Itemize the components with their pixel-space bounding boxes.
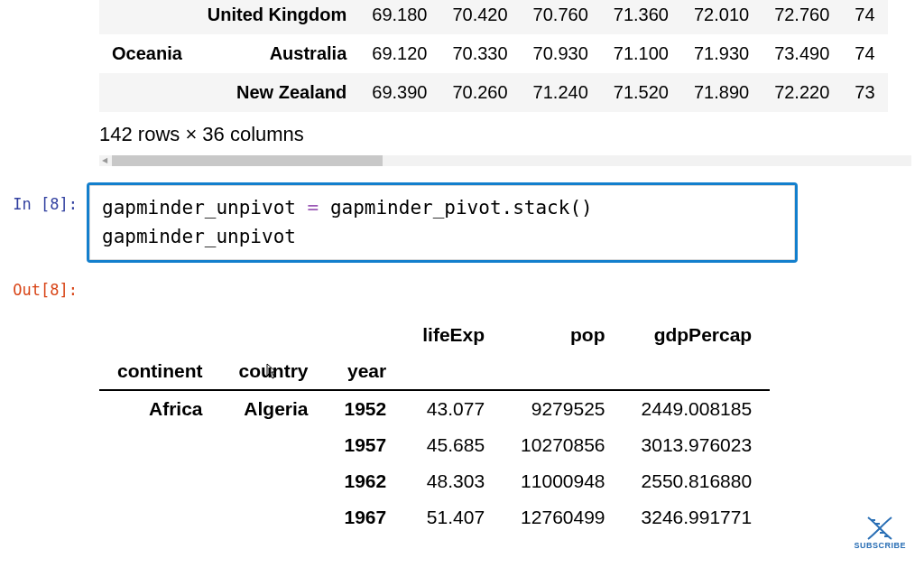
output-prompt: Out[8]: (0, 268, 87, 299)
pivot-table-output: United Kingdom69.18070.42070.76071.36072… (99, 0, 924, 112)
value-cell: 71.100 (601, 34, 681, 73)
continent-cell: Africa (99, 390, 221, 427)
value-cell: 70.420 (439, 0, 520, 34)
value-cell: 51.407 (404, 499, 503, 535)
scroll-left-arrow-icon[interactable]: ◀ (99, 155, 110, 166)
code-editor[interactable]: gapminder_unpivot = gapminder_pivot.stac… (87, 182, 798, 263)
output-cell-row: Out[8]: (0, 268, 924, 299)
input-cell-row: In [8]: gapminder_unpivot = gapminder_pi… (0, 182, 924, 263)
col-header: lifeExp (404, 317, 503, 353)
value-cell: 69.180 (359, 0, 439, 34)
input-prompt: In [8]: (0, 182, 87, 213)
country-cell: United Kingdom (195, 0, 359, 34)
pivot-table: United Kingdom69.18070.42070.76071.36072… (99, 0, 888, 112)
year-cell: 1967 (327, 499, 405, 535)
value-cell: 69.390 (359, 73, 439, 112)
value-cell: 71.360 (601, 0, 681, 34)
value-cell: 48.303 (404, 463, 503, 499)
col-header: gdpPercap (624, 317, 771, 353)
value-cell: 70.260 (439, 73, 520, 112)
value-cell: 71.240 (521, 73, 601, 112)
index-header-row: continent country year (99, 353, 770, 390)
scrollbar-thumb[interactable] (112, 155, 383, 166)
value-cell: 74 (842, 34, 887, 73)
subscribe-label: SUBSCRIBE (854, 541, 906, 550)
value-cell: 71.890 (681, 73, 762, 112)
value-cell: 70.930 (521, 34, 601, 73)
continent-cell: Oceania (99, 34, 195, 73)
country-cell: Australia (195, 34, 359, 73)
dna-icon (864, 516, 895, 541)
unpivot-table-output: lifeExp pop gdpPercap continent country … (99, 317, 924, 535)
value-cell: 71.930 (681, 34, 762, 73)
value-cell: 72.220 (762, 73, 842, 112)
continent-cell (99, 0, 195, 34)
value-cell: 71.520 (601, 73, 681, 112)
year-cell: 1952 (327, 390, 405, 427)
index-header: country (221, 353, 327, 390)
value-cell: 73.490 (762, 34, 842, 73)
horizontal-scrollbar[interactable]: ◀ (99, 155, 911, 166)
value-cell: 74 (842, 0, 887, 34)
country-cell: Algeria (221, 390, 327, 427)
code-token: gapminder_unpivot (102, 223, 782, 252)
value-cell: 2550.816880 (624, 463, 771, 499)
value-cell: 12760499 (503, 499, 623, 535)
value-cell: 3246.991771 (624, 499, 771, 535)
value-cell: 2449.008185 (624, 390, 771, 427)
table-row: AfricaAlgeria195243.07792795252449.00818… (99, 390, 770, 427)
year-cell: 1962 (327, 463, 405, 499)
table-row: OceaniaAustralia69.12070.33070.93071.100… (99, 34, 888, 73)
code-operator: = (308, 197, 319, 219)
value-cell: 9279525 (503, 390, 623, 427)
continent-cell (99, 463, 221, 499)
table-shape-text: 142 rows × 36 columns (99, 123, 924, 146)
country-cell (221, 427, 327, 463)
country-cell: New Zealand (195, 73, 359, 112)
value-cell: 69.120 (359, 34, 439, 73)
index-header: year (327, 353, 405, 390)
value-cell: 11000948 (503, 463, 623, 499)
value-cell: 72.760 (762, 0, 842, 34)
value-cell: 73 (842, 73, 887, 112)
table-row: United Kingdom69.18070.42070.76071.36072… (99, 0, 888, 34)
table-row: 195745.685102708563013.976023 (99, 427, 770, 463)
table-row: New Zealand69.39070.26071.24071.52071.89… (99, 73, 888, 112)
country-cell (221, 463, 327, 499)
value-cell: 45.685 (404, 427, 503, 463)
value-cell: 10270856 (503, 427, 623, 463)
unpivot-table: lifeExp pop gdpPercap continent country … (99, 317, 770, 535)
col-header: pop (503, 317, 623, 353)
table-row: 196751.407127604993246.991771 (99, 499, 770, 535)
code-token: gapminder_unpivot (102, 197, 308, 219)
value-cell: 70.330 (439, 34, 520, 73)
value-cell: 3013.976023 (624, 427, 771, 463)
value-cell: 70.760 (521, 0, 601, 34)
table-row: 196248.303110009482550.816880 (99, 463, 770, 499)
continent-cell (99, 499, 221, 535)
column-header-row: lifeExp pop gdpPercap (99, 317, 770, 353)
index-header: continent (99, 353, 221, 390)
value-cell: 72.010 (681, 0, 762, 34)
notebook-body: United Kingdom69.18070.42070.76071.36072… (0, 0, 924, 535)
country-cell (221, 499, 327, 535)
year-cell: 1957 (327, 427, 405, 463)
continent-cell (99, 73, 195, 112)
code-token: gapminder_pivot.stack() (319, 197, 592, 219)
subscribe-badge[interactable]: SUBSCRIBE (854, 516, 906, 550)
value-cell: 43.077 (404, 390, 503, 427)
continent-cell (99, 427, 221, 463)
